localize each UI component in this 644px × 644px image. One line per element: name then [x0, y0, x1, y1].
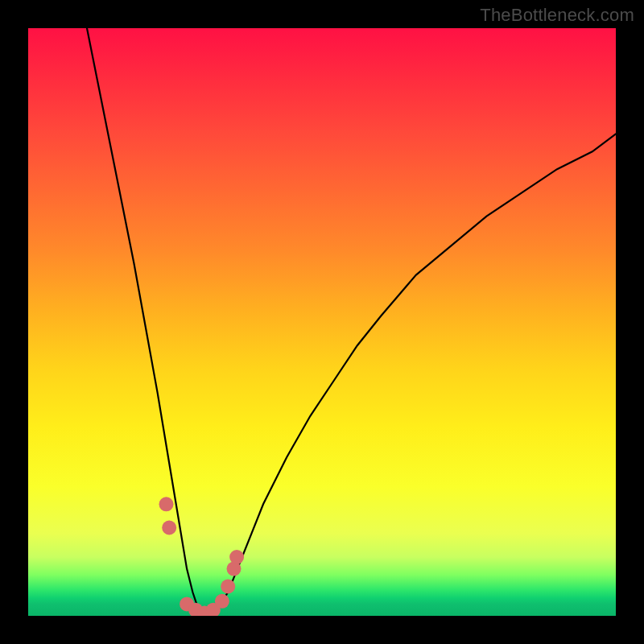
marker-dot — [221, 580, 235, 594]
plot-area — [28, 28, 616, 616]
watermark-text: TheBottleneck.com — [480, 5, 634, 26]
marker-dot — [162, 521, 176, 535]
marker-dot — [159, 497, 174, 511]
bottleneck-curve-svg — [28, 28, 616, 616]
chart-frame: TheBottleneck.com — [0, 0, 644, 644]
marker-dot — [215, 594, 229, 609]
highlight-markers — [159, 497, 245, 616]
marker-dot — [229, 550, 244, 564]
